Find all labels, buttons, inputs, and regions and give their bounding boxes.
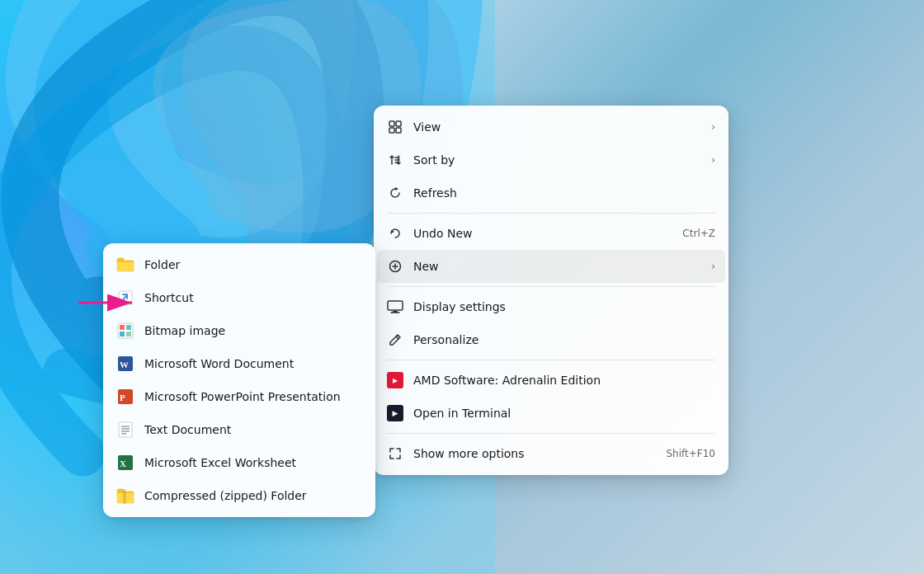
powerpoint-label: Microsoft PowerPoint Presentation [144,390,341,403]
bitmap-label: Bitmap image [144,324,225,337]
svg-rect-19 [120,325,125,330]
svg-rect-21 [120,332,125,336]
submenu-item-word[interactable]: W Microsoft Word Document [103,347,375,380]
sort-by-arrow: › [711,154,715,166]
menu-item-sort-by[interactable]: Sort by › [374,144,728,176]
display-settings-icon [387,299,403,315]
separator-1 [387,213,715,214]
bitmap-icon [116,322,134,340]
refresh-label: Refresh [413,186,715,200]
submenu-item-zip[interactable]: Compressed (zipped) Folder [103,479,375,512]
svg-rect-22 [126,332,131,336]
grid-icon [387,119,403,135]
svg-text:W: W [120,360,129,369]
svg-line-16 [396,336,398,339]
menu-item-open-terminal[interactable]: ▶ Open in Terminal [374,397,728,430]
menu-item-refresh[interactable]: Refresh [374,176,728,209]
undo-icon [387,225,403,242]
zip-label: Compressed (zipped) Folder [144,489,307,502]
undo-new-label: Undo New [413,227,672,240]
separator-3 [387,360,715,360]
menu-item-personalize[interactable]: Personalize [374,323,728,356]
expand-icon [387,445,403,462]
undo-new-shortcut: Ctrl+Z [682,228,715,239]
new-label: New [413,260,701,273]
word-icon: W [116,355,134,373]
excel-icon: X [116,454,134,472]
amd-icon: ▶ [387,372,403,388]
separator-4 [387,433,715,434]
submenu-item-bitmap[interactable]: Bitmap image [103,314,375,347]
view-arrow: › [711,121,715,133]
svg-rect-13 [388,301,403,310]
menu-item-undo-new[interactable]: Undo New Ctrl+Z [374,217,728,250]
separator-2 [387,286,715,287]
svg-rect-6 [396,128,401,133]
arrow-indicator [78,290,144,318]
word-label: Microsoft Word Document [144,357,294,370]
folder-icon [116,256,134,274]
sort-icon [387,152,403,168]
menu-item-display-settings[interactable]: Display settings [374,290,728,323]
show-more-options-label: Show more options [413,447,656,460]
text-label: Text Document [144,423,231,436]
excel-label: Microsoft Excel Worksheet [144,456,296,469]
submenu-item-powerpoint[interactable]: P Microsoft PowerPoint Presentation [103,380,375,413]
new-arrow: › [711,261,715,272]
folder-label: Folder [144,258,180,271]
text-doc-icon [116,421,134,439]
show-more-options-shortcut: Shift+F10 [666,448,715,459]
powerpoint-icon: P [116,388,134,406]
terminal-icon: ▶ [387,405,403,421]
svg-rect-20 [126,325,131,330]
plus-circle-icon [387,258,403,275]
shortcut-label: Shortcut [144,291,194,304]
svg-rect-3 [389,121,394,126]
view-label: View [413,120,701,134]
menu-item-show-more-options[interactable]: Show more options Shift+F10 [374,437,728,470]
amd-software-label: AMD Software: Adrenalin Edition [413,374,715,387]
zip-icon [116,487,134,505]
personalize-label: Personalize [413,333,715,346]
svg-rect-5 [389,128,394,133]
svg-text:X: X [120,459,126,468]
menu-item-new[interactable]: New › [377,250,725,283]
context-menu: View › Sort by › Refresh [374,106,728,475]
pen-icon [387,332,403,348]
menu-item-view[interactable]: View › [374,111,728,144]
refresh-icon [387,185,403,201]
submenu-new: Folder Shortcut Bitmap image [103,243,375,517]
menu-item-amd-software[interactable]: ▶ AMD Software: Adrenalin Edition [374,364,728,397]
submenu-item-text[interactable]: Text Document [103,413,375,446]
svg-text:P: P [120,393,125,402]
open-terminal-label: Open in Terminal [413,407,715,420]
submenu-item-folder[interactable]: Folder [103,248,375,281]
display-settings-label: Display settings [413,300,715,313]
sort-by-label: Sort by [413,153,701,167]
svg-rect-27 [119,422,132,437]
submenu-item-excel[interactable]: X Microsoft Excel Worksheet [103,446,375,479]
svg-rect-4 [396,121,401,126]
